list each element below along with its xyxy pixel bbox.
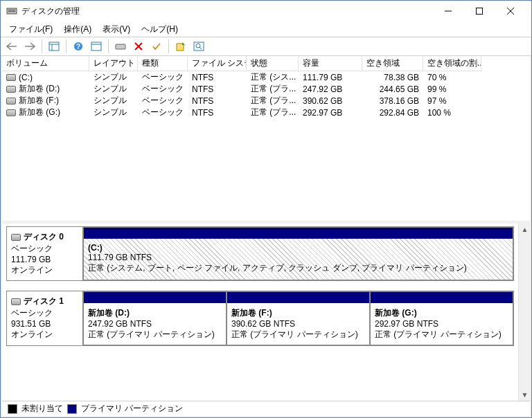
check-button[interactable]: [148, 39, 165, 54]
col-layout[interactable]: レイアウト: [89, 56, 138, 71]
svg-rect-2: [8, 11, 15, 12]
partition[interactable]: 新加卷 (F:)390.62 GB NTFS正常 (プライマリ パーティション): [227, 291, 370, 345]
view-options-button[interactable]: [46, 39, 62, 54]
content-area: ボリューム レイアウト 種類 ファイル システム 状態 容量 空き領域 空き領域…: [1, 56, 531, 417]
col-capacity[interactable]: 容量: [299, 56, 362, 71]
volume-list[interactable]: ボリューム レイアウト 種類 ファイル システム 状態 容量 空き領域 空き領域…: [2, 56, 530, 224]
app-icon: [6, 6, 17, 17]
col-free[interactable]: 空き領域: [362, 56, 423, 71]
partition-header: [84, 228, 513, 239]
partition[interactable]: 新加卷 (D:)247.92 GB NTFS正常 (プライマリ パーティション): [83, 291, 227, 345]
disk-icon: [11, 298, 21, 305]
window-title: ディスクの管理: [21, 6, 432, 17]
disk-graph-view: ディスク 0ベーシック111.79 GBオンライン(C:)111.79 GB N…: [2, 224, 530, 401]
partition[interactable]: 新加卷 (G:)292.97 GB NTFS正常 (プライマリ パーティション): [370, 291, 513, 345]
menubar: ファイル(F) 操作(A) 表示(V) ヘルプ(H): [1, 21, 531, 37]
disk-row: ディスク 0ベーシック111.79 GBオンライン(C:)111.79 GB N…: [6, 226, 514, 281]
disk-partitions: 新加卷 (D:)247.92 GB NTFS正常 (プライマリ パーティション)…: [83, 291, 513, 345]
disk-info[interactable]: ディスク 1ベーシック931.51 GBオンライン: [7, 291, 83, 345]
svg-rect-7: [49, 42, 59, 51]
volume-row[interactable]: 新加卷 (G:)シンプルベーシックNTFS正常 (プラ...292.97 GB2…: [2, 107, 530, 118]
menu-view[interactable]: 表示(V): [98, 22, 134, 37]
menu-file[interactable]: ファイル(F): [5, 22, 57, 37]
menu-action[interactable]: 操作(A): [60, 22, 96, 37]
volume-icon: [6, 86, 16, 93]
close-button[interactable]: [495, 1, 526, 21]
svg-rect-4: [476, 8, 482, 15]
col-filesystem[interactable]: ファイル システム: [188, 56, 247, 71]
volume-icon: [6, 109, 16, 116]
disk-row: ディスク 1ベーシック931.51 GBオンライン新加卷 (D:)247.92 …: [6, 291, 514, 346]
unallocated-swatch: [8, 404, 17, 414]
toolbar: ?: [1, 37, 531, 56]
titlebar[interactable]: ディスクの管理: [1, 1, 531, 21]
svg-rect-14: [116, 44, 125, 49]
partition-header: [371, 292, 513, 303]
back-button[interactable]: [3, 39, 20, 54]
unallocated-label: 未割り当て: [21, 403, 63, 415]
volume-icon: [6, 74, 16, 81]
column-headers: ボリューム レイアウト 種類 ファイル システム 状態 容量 空き領域 空き領域…: [2, 56, 530, 71]
svg-line-20: [200, 47, 202, 49]
disk-info[interactable]: ディスク 0ベーシック111.79 GBオンライン: [7, 227, 83, 280]
volume-rows: (C:)シンプルベーシックNTFS正常 (シス...111.79 GB78.38…: [2, 71, 530, 118]
maximize-button[interactable]: [463, 1, 495, 21]
partition-header: [227, 292, 369, 303]
forward-button[interactable]: [21, 39, 38, 54]
delete-button[interactable]: [130, 39, 147, 54]
col-freepct[interactable]: 空き領域の割...: [423, 56, 481, 71]
scroll-down-button[interactable]: ▼: [519, 389, 531, 401]
refresh-button[interactable]: [172, 39, 189, 54]
svg-text:?: ?: [76, 43, 80, 51]
properties-button[interactable]: [88, 39, 105, 54]
svg-rect-1: [8, 10, 15, 10]
scroll-up-button[interactable]: ▲: [519, 224, 531, 235]
svg-rect-12: [91, 42, 101, 51]
menu-help[interactable]: ヘルプ(H): [137, 22, 182, 37]
minimize-button[interactable]: [432, 1, 463, 21]
partition-header: [84, 292, 226, 303]
disk-rows: ディスク 0ベーシック111.79 GBオンライン(C:)111.79 GB N…: [2, 224, 518, 401]
search-button[interactable]: [190, 39, 207, 54]
legend: 未割り当て プライマリ パーティション: [2, 401, 530, 416]
volume-row[interactable]: (C:)シンプルベーシックNTFS正常 (シス...111.79 GB78.38…: [2, 71, 530, 83]
vertical-scrollbar[interactable]: ▲ ▼: [518, 224, 530, 401]
volume-row[interactable]: 新加卷 (D:)シンプルベーシックNTFS正常 (プラ...247.92 GB2…: [2, 83, 530, 95]
col-volume[interactable]: ボリューム: [2, 56, 89, 71]
partition[interactable]: (C:)111.79 GB NTFS正常 (システム, ブート, ページ ファイ…: [83, 227, 513, 280]
disk-partitions: (C:)111.79 GB NTFS正常 (システム, ブート, ページ ファイ…: [83, 227, 513, 280]
volume-row[interactable]: 新加卷 (F:)シンプルベーシックNTFS正常 (プラ...390.62 GB3…: [2, 95, 530, 107]
primary-label: プライマリ パーティション: [81, 403, 183, 415]
disk-button[interactable]: [112, 39, 129, 54]
disk-management-window: ディスクの管理 ファイル(F) 操作(A) 表示(V) ヘルプ(H) ? ボリュ…: [0, 0, 532, 418]
col-status[interactable]: 状態: [247, 56, 299, 71]
volume-icon: [6, 98, 16, 104]
help-button[interactable]: ?: [70, 39, 87, 54]
primary-swatch: [67, 404, 77, 414]
disk-icon: [11, 234, 21, 241]
col-type[interactable]: 種類: [138, 56, 188, 71]
